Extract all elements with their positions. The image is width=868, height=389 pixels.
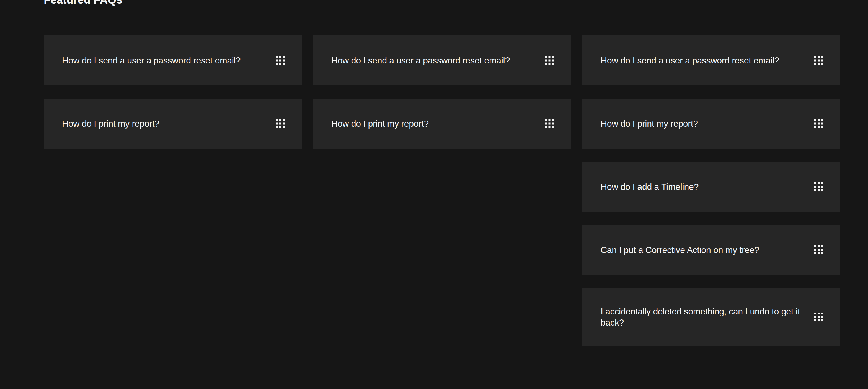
faq-card[interactable]: How do I print my report?: [44, 99, 302, 148]
faq-card-label: How do I add a Timeline?: [600, 181, 808, 192]
faq-card[interactable]: Can I put a Corrective Action on my tree…: [582, 225, 840, 275]
faq-card-label: Can I put a Corrective Action on my tree…: [600, 244, 808, 255]
faq-dashboard-page: Featured FAQs How do I send a user a pas…: [0, 0, 868, 382]
faq-card-label: How do I print my report?: [600, 118, 808, 129]
drag-handle-grid-icon[interactable]: [814, 312, 823, 322]
drag-handle-grid-icon[interactable]: [545, 119, 554, 128]
faq-card-label: How do I send a user a password reset em…: [62, 55, 269, 66]
faq-card[interactable]: How do I send a user a password reset em…: [582, 35, 840, 85]
faq-card[interactable]: How do I send a user a password reset em…: [313, 35, 571, 85]
drag-handle-grid-icon[interactable]: [276, 56, 284, 65]
drag-handle-grid-icon[interactable]: [814, 246, 823, 254]
faq-card-label: How do I print my report?: [331, 118, 538, 129]
page-title: Featured FAQs: [44, 0, 841, 6]
faq-card-label: How do I print my report?: [62, 118, 269, 129]
drag-handle-grid-icon[interactable]: [814, 182, 823, 191]
faq-card[interactable]: How do I add a Timeline?: [582, 162, 840, 212]
drag-handle-grid-icon[interactable]: [814, 119, 823, 128]
faq-column: How do I send a user a password reset em…: [582, 35, 840, 346]
faq-card[interactable]: I accidentally deleted something, can I …: [582, 288, 840, 346]
faq-column: How do I send a user a password reset em…: [313, 35, 571, 148]
faq-column: How do I send a user a password reset em…: [44, 35, 302, 148]
drag-handle-grid-icon[interactable]: [545, 56, 554, 65]
faq-card[interactable]: How do I send a user a password reset em…: [44, 35, 302, 85]
drag-handle-grid-icon[interactable]: [814, 56, 823, 65]
faq-card-label: How do I send a user a password reset em…: [600, 55, 808, 66]
faq-card[interactable]: How do I print my report?: [313, 99, 571, 148]
faq-card-label: How do I send a user a password reset em…: [331, 55, 538, 66]
faq-grid: How do I send a user a password reset em…: [44, 35, 841, 346]
drag-handle-grid-icon[interactable]: [276, 119, 284, 128]
faq-card-label: I accidentally deleted something, can I …: [600, 306, 808, 328]
faq-card[interactable]: How do I print my report?: [582, 99, 840, 148]
